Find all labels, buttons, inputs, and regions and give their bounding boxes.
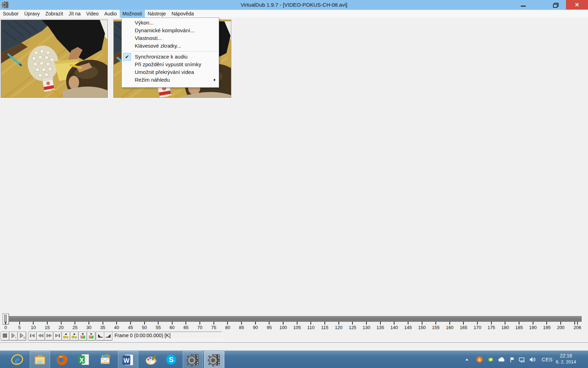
next-keyframe-button[interactable] <box>70 332 79 341</box>
ruler-tick <box>214 322 214 325</box>
taskbar-app-internet-explorer[interactable]: e <box>7 351 27 368</box>
close-icon: ✕ <box>575 0 579 9</box>
menu-item-vykon[interactable]: Výkon... <box>122 19 219 27</box>
ruler-label: 60 <box>170 325 175 330</box>
ruler-tick <box>577 322 578 325</box>
menu-item-label: Výkon... <box>135 20 154 26</box>
position-slider-track[interactable] <box>3 316 582 322</box>
network-icon[interactable] <box>518 355 526 364</box>
svg-text:S: S <box>169 356 173 363</box>
frame-status-text: Frame 0 (0:00:00.000) [K] <box>114 333 170 338</box>
ruler-label: 135 <box>377 325 384 330</box>
menu-bar: SouborÚpravyZobrazitJít naVideoAudioMožn… <box>0 10 588 18</box>
prev-keyframe-button[interactable] <box>62 332 70 341</box>
ruler-tick <box>574 322 575 325</box>
ruler-tick <box>366 322 367 325</box>
internet-explorer-icon: e <box>10 353 24 366</box>
menubar-item-audio[interactable]: Audio <box>102 10 120 18</box>
stop-button[interactable] <box>1 332 9 341</box>
menu-item-rezim-nahledu[interactable]: Režim náhledu <box>122 76 219 84</box>
ruler-tick <box>283 322 284 325</box>
ruler-label: 80 <box>225 325 230 330</box>
minimize-button[interactable] <box>512 0 535 9</box>
menu-item-umoznit-prekryvani-videa[interactable]: Umožnit překrývání videa <box>122 68 219 76</box>
ruler-label: 120 <box>335 325 343 330</box>
go-first-frame-button[interactable] <box>28 332 37 341</box>
fast-forward-button[interactable] <box>45 332 54 341</box>
file-explorer-icon <box>33 353 47 367</box>
play-preview-button[interactable]: O <box>18 332 26 341</box>
taskbar-app-file-explorer[interactable] <box>30 351 50 368</box>
mark-out-button[interactable] <box>104 332 113 341</box>
ruler-label: 125 <box>349 325 356 330</box>
ruler-label: 206 <box>574 325 581 330</box>
clock-time: 22:16 <box>552 353 580 359</box>
ruler-tick <box>408 322 408 325</box>
ruler-label: 150 <box>418 325 426 330</box>
word-icon: W <box>121 353 135 367</box>
menubar-item-zobrazit[interactable]: Zobrazit <box>43 10 66 18</box>
taskbar-app-excel[interactable]: X <box>74 351 94 368</box>
input-video-pane <box>1 20 108 98</box>
ruler-tick <box>380 322 381 325</box>
ruler-label: 130 <box>363 325 370 330</box>
taskbar-app-firefox[interactable] <box>52 351 72 368</box>
ruler-tick <box>61 322 62 325</box>
next-scene-button[interactable] <box>87 332 96 341</box>
volume-icon[interactable] <box>528 355 537 364</box>
menu-item-label: Režim náhledu <box>135 77 170 83</box>
taskbar-clock[interactable]: 22:16 6. 2. 2014 <box>552 351 580 368</box>
skydrive-icon[interactable] <box>497 355 506 364</box>
ruler-label: 15 <box>45 325 50 330</box>
menu-item-vlastnosti[interactable]: Vlastnosti... <box>122 34 219 42</box>
taskbar-app-skype[interactable]: S <box>161 351 181 368</box>
menubar-item-napoveda[interactable]: Nápověda <box>169 10 197 18</box>
avast-icon[interactable]: a <box>475 355 484 364</box>
ruler-tick <box>477 322 478 325</box>
menu-item-dynamicke-kompilovani[interactable]: Dynamické kompilování... <box>122 27 219 34</box>
menubar-item-nastroje[interactable]: Nástroje <box>145 10 169 18</box>
menubar-item-moznosti[interactable]: Možnosti <box>120 10 145 18</box>
virtualdub-icon <box>186 353 200 367</box>
menu-item-label: Při zpoždění vypustit snímky <box>135 61 201 67</box>
ruler-label: 65 <box>183 325 188 330</box>
excel-icon: X <box>77 353 91 366</box>
mark-in-button[interactable] <box>96 332 105 341</box>
play-input-icon: I <box>10 332 17 339</box>
menu-item-pri-zpozdeni-vypustit-snimky[interactable]: Při zpoždění vypustit snímky <box>122 61 219 68</box>
menubar-item-soubor[interactable]: Soubor <box>0 10 21 18</box>
close-button[interactable]: ✕ <box>566 0 588 9</box>
taskbar-app-mail[interactable] <box>96 351 115 368</box>
ruler-tick <box>352 322 353 325</box>
menubar-item-jit-na[interactable]: Jít na <box>66 10 83 18</box>
taskbar-app-virtualdub[interactable] <box>183 351 203 368</box>
ruler-label: 55 <box>156 325 161 330</box>
ruler-label: 160 <box>446 325 454 330</box>
ruler-tick <box>47 322 48 325</box>
go-last-frame-button[interactable] <box>53 332 62 341</box>
menu-item-klavesove-zkratky[interactable]: Klávesové zkratky... <box>122 42 219 50</box>
taskbar-app-paint[interactable] <box>141 351 161 368</box>
rewind-icon <box>37 332 44 339</box>
stop-icon <box>1 332 9 339</box>
submenu-arrow-icon <box>214 79 216 81</box>
action-center-icon[interactable] <box>508 355 516 364</box>
ruler-tick <box>89 322 89 325</box>
pointing-device-icon[interactable] <box>486 355 495 364</box>
play-input-button[interactable]: I <box>9 332 18 341</box>
ruler-tick <box>158 322 159 325</box>
show-hidden-icons-icon[interactable] <box>463 355 471 364</box>
options-dropdown-menu: Výkon...Dynamické kompilování...Vlastnos… <box>121 18 219 88</box>
menubar-item-upravy[interactable]: Úpravy <box>21 10 42 18</box>
taskbar-app-virtualdub-active[interactable] <box>204 351 224 368</box>
rewind-button[interactable] <box>36 332 45 341</box>
ruler-label: 50 <box>142 325 147 330</box>
ruler-label: 45 <box>128 325 133 330</box>
menu-item-synchronizace-k-audiu[interactable]: Synchronizace k audiu✔ <box>122 53 219 61</box>
restore-button[interactable] <box>544 0 566 9</box>
prev-scene-button[interactable] <box>78 332 87 341</box>
ruler-tick <box>519 322 519 325</box>
menu-item-label: Dynamické kompilování... <box>135 27 195 33</box>
taskbar-app-word[interactable]: W <box>118 351 138 368</box>
menubar-item-video[interactable]: Video <box>83 10 102 18</box>
